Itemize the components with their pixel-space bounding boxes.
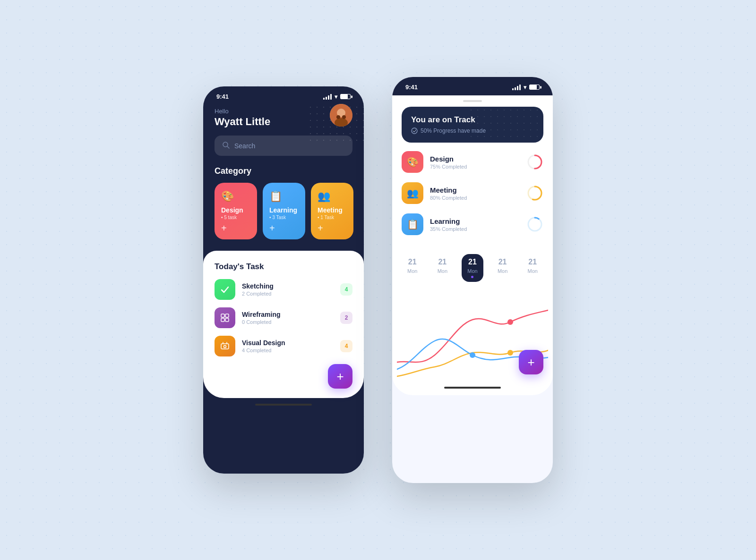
cal-day-2[interactable]: 21 Mon xyxy=(432,254,453,282)
svg-rect-9 xyxy=(221,318,224,322)
sketching-info: Sketching 2 Completed xyxy=(242,282,334,297)
learning-prog-name: Learning xyxy=(430,217,520,225)
meeting-prog-info: Meeting 80% Completed xyxy=(430,186,520,201)
phone1-status-bar: 9:41 ▾ xyxy=(203,86,364,104)
phone1-time: 9:41 xyxy=(216,93,229,100)
visual-design-icon-box xyxy=(215,336,235,356)
meeting-name: Meeting xyxy=(318,206,347,214)
todays-task-title: Today's Task xyxy=(215,262,352,272)
design-prog-info: Design 75% Completed xyxy=(430,155,520,170)
search-placeholder: Search xyxy=(234,142,255,150)
sketching-badge: 4 xyxy=(340,283,352,296)
phone2: 9:41 ▾ You are on Track xyxy=(392,77,553,483)
svg-rect-11 xyxy=(221,344,229,349)
cal-day-5[interactable]: 21 Mon xyxy=(522,254,543,282)
svg-line-6 xyxy=(227,146,229,148)
task-item-sketching[interactable]: Sketching 2 Completed 4 xyxy=(215,279,352,300)
progress-item-meeting[interactable]: 👥 Meeting 80% Completed xyxy=(402,182,543,204)
track-title: You are on Track xyxy=(411,115,534,125)
category-card-meeting[interactable]: 👥 Meeting 1 Task + xyxy=(311,183,353,239)
task-item-visual-design[interactable]: Visual Design 4 Completed 4 xyxy=(215,336,352,356)
svg-rect-7 xyxy=(221,314,224,317)
svg-point-3 xyxy=(336,115,340,119)
signal-icon xyxy=(323,94,332,100)
design-prog-icon: 🎨 xyxy=(402,151,423,173)
learning-prog-pct: 35% Completed xyxy=(430,226,520,232)
category-title: Category xyxy=(203,166,364,183)
battery-icon xyxy=(340,94,351,99)
add-task-fab[interactable]: + xyxy=(328,364,352,389)
learning-progress-ring xyxy=(526,216,543,233)
progress-item-design[interactable]: 🎨 Design 75% Completed xyxy=(402,151,543,173)
meeting-icon: 👥 xyxy=(318,190,347,203)
design-progress-ring xyxy=(526,153,543,170)
learning-prog-info: Learning 35% Completed xyxy=(430,217,520,232)
track-subtitle: 50% Progress have made xyxy=(411,127,534,134)
wireframing-name: Wireframing xyxy=(242,311,334,318)
add-progress-fab[interactable]: + xyxy=(519,350,543,374)
sketching-completed: 2 Completed xyxy=(242,291,334,297)
phone2-wifi-icon: ▾ xyxy=(524,84,526,91)
cal-day-1[interactable]: 21 Mon xyxy=(402,254,423,282)
wifi-icon: ▾ xyxy=(335,93,337,100)
progress-section: 🎨 Design 75% Completed 👥 Meeting xyxy=(392,151,553,235)
visual-design-completed: 4 Completed xyxy=(242,348,334,353)
svg-rect-8 xyxy=(225,314,229,317)
learning-count: 3 Task xyxy=(269,215,299,220)
visual-design-badge: 4 xyxy=(340,340,352,352)
calendar-strip: 21 Mon 21 Mon 21 Mon 21 Mon 21 xyxy=(392,245,553,287)
category-card-design[interactable]: 🎨 Design 5 task + xyxy=(215,183,257,239)
phone2-home-indicator xyxy=(444,387,501,389)
learning-add[interactable]: + xyxy=(269,223,299,234)
sketching-name: Sketching xyxy=(242,282,334,290)
cal-day-4[interactable]: 21 Mon xyxy=(492,254,513,282)
phone2-bottom: + xyxy=(392,287,553,389)
meeting-prog-name: Meeting xyxy=(430,186,520,194)
meeting-prog-icon: 👥 xyxy=(402,182,423,204)
meeting-chart-dot xyxy=(507,350,513,356)
sketching-icon-box xyxy=(215,279,235,300)
design-count: 5 task xyxy=(221,215,250,220)
track-check-icon xyxy=(411,127,418,134)
phone2-signal-icon xyxy=(512,85,521,90)
todays-task-card: Today's Task Sketching 2 Completed 4 xyxy=(203,251,364,398)
learning-chart-dot xyxy=(470,352,475,358)
wireframing-completed: 0 Completed xyxy=(242,319,334,325)
track-banner-dots xyxy=(468,107,543,143)
phone1-header: Hello Wyatt Little xyxy=(203,104,364,136)
category-cards: 🎨 Design 5 task + 📋 Learning 3 Task + 👥 … xyxy=(203,183,364,239)
wireframing-info: Wireframing 0 Completed xyxy=(242,311,334,325)
home-indicator xyxy=(255,404,312,406)
search-icon xyxy=(222,141,230,150)
phone1-status-icons: ▾ xyxy=(323,93,351,100)
search-bar[interactable]: Search xyxy=(215,136,352,156)
phone2-status-bar: 9:41 ▾ xyxy=(392,77,553,95)
design-name: Design xyxy=(221,206,250,214)
meeting-count: 1 Task xyxy=(318,215,347,220)
phone2-time: 9:41 xyxy=(405,84,418,91)
visual-design-info: Visual Design 4 Completed xyxy=(242,339,334,353)
phone1: 9:41 ▾ Hello Wyatt Little xyxy=(203,86,364,474)
cal-day-active[interactable]: 21 Mon xyxy=(462,254,483,282)
svg-point-4 xyxy=(342,115,346,119)
progress-item-learning[interactable]: 📋 Learning 35% Completed xyxy=(402,213,543,235)
svg-rect-10 xyxy=(225,318,229,322)
category-card-learning[interactable]: 📋 Learning 3 Task + xyxy=(263,183,305,239)
meeting-progress-ring xyxy=(526,185,543,202)
phone2-battery-icon xyxy=(529,85,540,90)
learning-name: Learning xyxy=(269,206,299,214)
task-item-wireframing[interactable]: Wireframing 0 Completed 2 xyxy=(215,307,352,328)
design-add[interactable]: + xyxy=(221,223,250,234)
learning-prog-icon: 📋 xyxy=(402,213,423,235)
design-chart-dot xyxy=(507,319,513,325)
phone2-status-icons: ▾ xyxy=(512,84,540,91)
design-prog-pct: 75% Completed xyxy=(430,164,520,170)
phones-container: 9:41 ▾ Hello Wyatt Little xyxy=(203,77,553,483)
phone2-body: You are on Track 50% Progress have made … xyxy=(392,95,553,395)
visual-design-name: Visual Design xyxy=(242,339,334,347)
wireframing-badge: 2 xyxy=(340,312,352,324)
learning-icon: 📋 xyxy=(269,190,299,203)
design-icon: 🎨 xyxy=(221,190,250,203)
svg-point-20 xyxy=(528,218,541,231)
meeting-add[interactable]: + xyxy=(318,223,347,234)
